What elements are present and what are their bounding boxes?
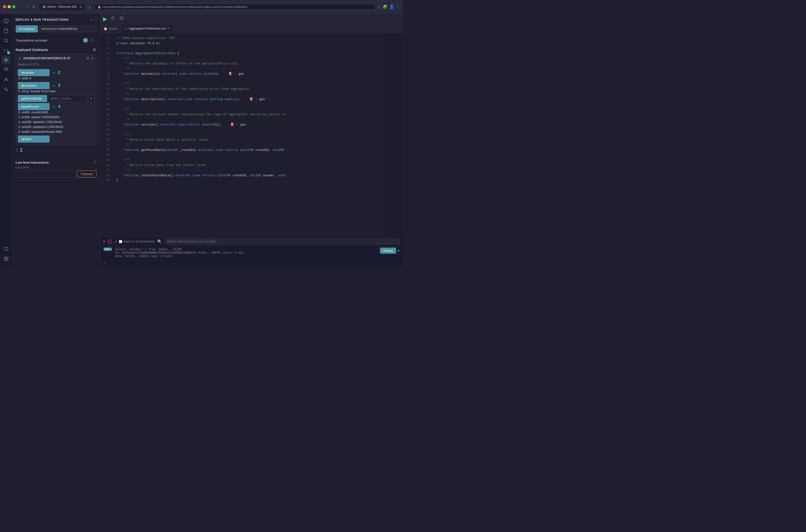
svg-point-1 [4, 39, 7, 42]
app-layout: ✓ [0, 14, 403, 266]
console-count: 0 [115, 240, 116, 243]
log-line-1: [block: txIndex:-] from: 0x6ca...6128F [115, 248, 244, 251]
annotation-4: ← 4 [52, 103, 60, 110]
sidebar-item-plugins[interactable] [2, 245, 11, 253]
contract-chevron-icon[interactable]: ▼ [18, 57, 21, 60]
console-log-text: [block: txIndex:-] from: 0x6ca...6128F t… [115, 248, 244, 258]
at-address-input[interactable] [39, 26, 96, 32]
at-address-row: At Address [12, 24, 100, 36]
close-contract-icon[interactable]: ✕ [91, 56, 94, 60]
arrow-left-icon-4: ← [52, 103, 57, 110]
contract-header: ▼ AGGREGATORV3INTERFACE AT ⧉ ✕ [16, 54, 96, 62]
annotation-num-3: 3 [58, 83, 60, 88]
tab-aggregator[interactable]: ◇ AggregatorV3Interface.sol ✕ [121, 24, 173, 33]
sidebar-item-search[interactable] [2, 36, 11, 45]
sidebar-item-compiler[interactable]: ✓ [2, 46, 11, 55]
minimize-button[interactable] [7, 5, 11, 8]
editor-area: ▶ 🏠 Home ◇ AggregatorV3Interface.sol [100, 14, 403, 266]
low-level-title: Low level interactions [16, 160, 49, 164]
calldata-input[interactable] [16, 171, 75, 177]
address-bar[interactable]: 🔒 remix.ethereum.org/#lang=en&optimize=f… [94, 4, 375, 10]
sol-file-icon: ◇ [125, 26, 127, 30]
forward-button[interactable]: › [25, 4, 29, 10]
listen-all-checkbox[interactable] [119, 240, 122, 243]
low-level-header: Low level interactions ⓘ [16, 160, 96, 165]
transact-button[interactable]: Transact [77, 170, 96, 177]
sidebar-item-profile[interactable] [2, 75, 11, 84]
get-round-data-button[interactable]: getRoundData [18, 95, 47, 102]
profile-icon[interactable]: 👤 [389, 4, 394, 9]
sidebar-item-deploy[interactable] [2, 56, 11, 64]
expand-icon[interactable]: › [95, 18, 96, 21]
log-line-3: data: 0x728...4e416 logs: 0 hash: [115, 254, 244, 258]
version-button[interactable]: version [18, 135, 50, 142]
tab-close-icon[interactable]: ✕ [79, 5, 82, 9]
collapse-console-button[interactable]: ▾ [103, 239, 105, 244]
description-row: description ← 3 [18, 82, 94, 89]
deployed-contracts-label: Deployed Contracts [16, 48, 91, 52]
run-button[interactable]: ▶ [103, 16, 107, 22]
at-address-button[interactable]: At Address [16, 25, 38, 33]
search-console-icon[interactable]: 🔍 [157, 239, 162, 244]
extensions-icon[interactable]: 🧩 [382, 4, 387, 9]
round-id-input[interactable] [48, 95, 87, 102]
arrow-left-icon: ← [52, 70, 57, 76]
file-tab-close-icon[interactable]: ✕ [167, 26, 170, 30]
sidebar-item-testing[interactable] [2, 65, 11, 74]
latest-round-button[interactable]: latestRound... [18, 103, 50, 110]
transactions-count: 0 [83, 38, 88, 43]
zoom-in-button[interactable] [118, 16, 125, 22]
zoom-out-button[interactable] [110, 16, 116, 22]
bookmarks-icon[interactable]: ☆ [377, 4, 380, 9]
low-level-section: Low level interactions ⓘ CALLDATA Transa… [12, 157, 100, 180]
traffic-lights [3, 5, 15, 8]
sidebar-item-files[interactable] [2, 26, 11, 35]
lock-icon: 🔒 [97, 5, 101, 8]
console-search-input[interactable] [165, 239, 400, 244]
copy-address-icon[interactable]: ⧉ [87, 56, 89, 60]
annotation-num-1: 1 [20, 147, 23, 153]
close-button[interactable] [3, 5, 6, 8]
maximize-button[interactable] [12, 5, 15, 8]
description-result: 0: string: Sample Price Feed [18, 89, 94, 94]
info-icon[interactable]: ⓘ [90, 38, 93, 42]
icon-rail: ✓ [0, 14, 12, 266]
low-level-info-icon[interactable]: ⓘ [93, 160, 96, 165]
latest-round-result-4: 4: uint80: answeredInRound 4891 [18, 130, 94, 134]
back-button[interactable]: ‹ [19, 4, 23, 10]
new-tab-button[interactable]: + [87, 5, 93, 11]
sidebar-item-home[interactable] [2, 17, 11, 25]
transactions-row[interactable]: Transactions recorded 0 ⓘ › [12, 36, 100, 45]
active-tab[interactable]: 🔷 Remix - Ethereum IDE ✕ [39, 3, 86, 11]
settings-icon[interactable]: ⋮ [396, 4, 400, 9]
latest-round-result-1: 1: int256: answer 51933620000 [18, 115, 94, 120]
debug-button[interactable]: Debug [380, 248, 396, 254]
console-line-1: CALL [block: txIndex:-] from: 0x6ca...61… [104, 248, 399, 258]
decimals-button[interactable]: decimals [18, 69, 50, 76]
description-button[interactable]: description [18, 82, 50, 89]
panel-title: DEPLOY & RUN TRANSACTIONS [16, 18, 69, 21]
trash-icon[interactable]: 🗑 [93, 48, 96, 52]
bottom-panel: ▾ 🚫 0 listen on all transactions 🔍 CALL … [100, 237, 403, 266]
debug-expand-button[interactable]: ▾ [398, 248, 399, 253]
clear-console-button[interactable]: 🚫 [108, 239, 112, 244]
transactions-chevron[interactable]: › [95, 38, 96, 42]
sidebar-item-settings[interactable] [2, 254, 11, 263]
latest-round-section: latestRound... ← 4 0: uint80: roundId 48… [18, 103, 94, 134]
panel-header-icons: ✓ › [90, 18, 96, 21]
sidebar-item-analytics[interactable] [2, 85, 11, 94]
console-prompt: > [104, 261, 106, 265]
code-container[interactable]: 12345 678910 1112131415 1617181920 21222… [100, 33, 403, 237]
browser-toolbar-icons: ☆ 🧩 👤 ⋮ [377, 4, 400, 9]
browser-nav: ‹ › ↻ [19, 4, 37, 10]
code-editor[interactable]: // SPDX-License-Identifier: MIT pragma s… [112, 33, 383, 237]
tab-home[interactable]: 🏠 Home [100, 24, 121, 33]
refresh-button[interactable]: ↻ [31, 4, 37, 10]
bottom-toolbar: ▾ 🚫 0 listen on all transactions 🔍 [100, 237, 403, 246]
annotation-num-4: 4 [58, 104, 60, 109]
call-badge: CALL [104, 248, 112, 251]
svg-marker-3 [4, 58, 8, 62]
version-section: version [18, 135, 94, 142]
tab-icon: 🔷 [42, 5, 46, 8]
get-round-data-dropdown[interactable]: ▾ [88, 95, 94, 102]
